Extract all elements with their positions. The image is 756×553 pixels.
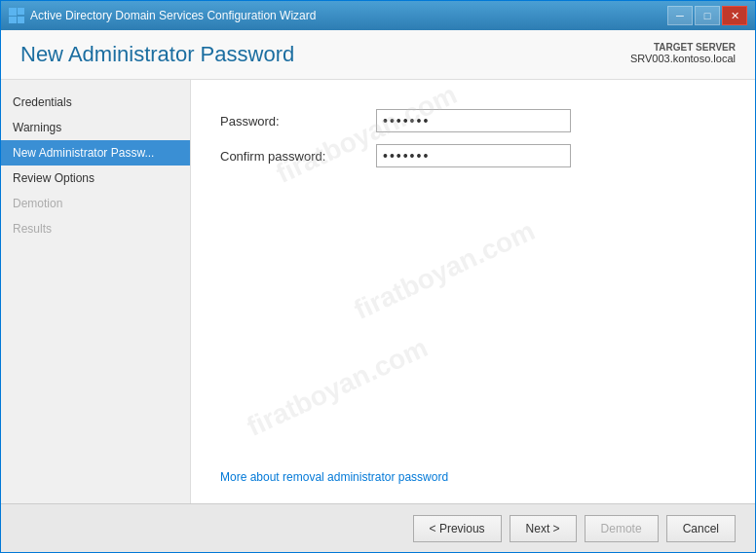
watermark-2: firatboyan.com [350,215,540,326]
main-window: Active Directory Domain Services Configu… [0,0,756,553]
minimize-button[interactable]: ─ [667,6,693,25]
sidebar-item-new-admin-password[interactable]: New Administrator Passw... [1,140,190,166]
svg-rect-3 [18,17,24,23]
svg-rect-0 [9,8,17,16]
svg-rect-2 [9,17,17,23]
form-section: Password: Confirm password: [220,109,726,179]
next-button[interactable]: Next > [510,515,577,542]
password-row: Password: [220,109,726,132]
sidebar-item-credentials[interactable]: Credentials [1,90,190,115]
password-input[interactable] [376,109,571,132]
watermark-3: firatboyan.com [243,332,433,443]
maximize-button[interactable]: □ [695,6,720,25]
sidebar-item-results: Results [1,216,190,241]
cancel-button[interactable]: Cancel [666,515,736,542]
more-about-link[interactable]: More about removal administrator passwor… [220,451,726,484]
target-server-info: TARGET SERVER SRV003.kontoso.local [630,42,736,64]
main-body: Credentials Warnings New Administrator P… [1,80,755,503]
svg-rect-1 [18,8,24,15]
title-bar-controls: ─ □ ✕ [667,6,747,25]
close-button[interactable]: ✕ [722,6,747,25]
title-bar: Active Directory Domain Services Configu… [1,1,755,30]
page-title: New Administrator Password [20,42,294,67]
previous-button[interactable]: < Previous [413,515,502,542]
confirm-password-label: Confirm password: [220,149,376,164]
sidebar: Credentials Warnings New Administrator P… [1,80,191,503]
target-server-label: TARGET SERVER [630,42,736,53]
title-bar-left: Active Directory Domain Services Configu… [9,8,316,23]
header-section: New Administrator Password TARGET SERVER… [1,30,755,80]
app-icon [9,8,24,23]
password-label: Password: [220,114,376,129]
main-content: firatboyan.com firatboyan.com firatboyan… [191,80,755,503]
sidebar-item-warnings[interactable]: Warnings [1,115,190,140]
confirm-password-row: Confirm password: [220,144,726,167]
target-server-name: SRV003.kontoso.local [630,53,736,64]
demote-button[interactable]: Demote [585,515,659,542]
footer: < Previous Next > Demote Cancel [1,503,755,552]
content-area: New Administrator Password TARGET SERVER… [1,30,755,503]
confirm-password-input[interactable] [376,144,571,167]
window-title: Active Directory Domain Services Configu… [30,9,316,22]
sidebar-item-review-options[interactable]: Review Options [1,166,190,191]
sidebar-item-demotion: Demotion [1,191,190,216]
